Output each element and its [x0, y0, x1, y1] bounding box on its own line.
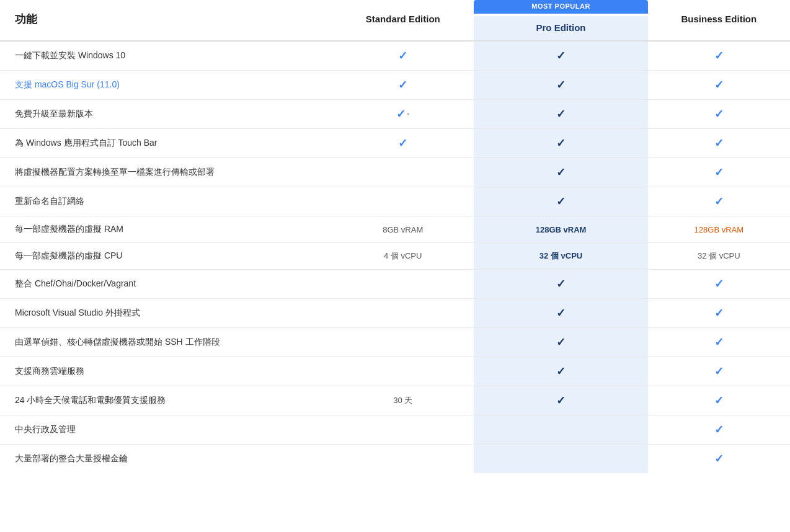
feature-cell: 每一部虛擬機器的虛擬 RAM [0, 216, 332, 243]
standard-cell [332, 357, 474, 386]
comparison-table: 功能 Standard Edition MOST POPULAR Pro Edi… [0, 0, 790, 473]
value-text: 32 個 vCPU [539, 251, 582, 260]
check-icon: ✓ [556, 50, 566, 62]
check-icon: ✓ [556, 79, 566, 91]
standard-cell: ✓* [332, 100, 474, 129]
table-row: 整合 Chef/Ohai/Docker/Vagrant✓✓ [0, 270, 790, 299]
feature-cell: 支援 macOS Big Sur (11.0) [0, 71, 332, 100]
standard-cell: ✓ [332, 129, 474, 158]
standard-column-header: Standard Edition [332, 0, 474, 41]
standard-cell [332, 187, 474, 216]
pro-column-header: MOST POPULAR Pro Edition [474, 0, 647, 41]
check-icon: ✓ [714, 137, 724, 149]
check-icon: ✓ [714, 307, 724, 319]
business-cell: ✓ [648, 299, 790, 328]
standard-cell: ✓ [332, 71, 474, 100]
table-header-row: 功能 Standard Edition MOST POPULAR Pro Edi… [0, 0, 790, 41]
standard-cell: 4 個 vCPU [332, 243, 474, 270]
check-icon: ✓ [714, 278, 724, 290]
most-popular-badge: MOST POPULAR [474, 0, 647, 14]
table-row: 24 小時全天候電話和電郵優質支援服務30 天✓✓ [0, 386, 790, 415]
check-icon: ✓ [714, 79, 724, 91]
business-cell: ✓ [648, 41, 790, 71]
value-text: 30 天 [393, 396, 412, 405]
table-row: 支援商務雲端服務✓✓ [0, 357, 790, 386]
pro-cell [474, 445, 647, 474]
feature-link[interactable]: 支援 macOS Big Sur (11.0) [15, 79, 120, 89]
pro-cell: ✓ [474, 41, 647, 71]
standard-cell [332, 158, 474, 187]
check-icon: ✓ [556, 365, 566, 378]
pro-cell: ✓ [474, 187, 647, 216]
standard-cell [332, 299, 474, 328]
check-icon: ✓ [556, 108, 566, 120]
business-cell: 32 個 vCPU [648, 243, 790, 270]
pro-cell: ✓ [474, 357, 647, 386]
feature-cell: 24 小時全天候電話和電郵優質支援服務 [0, 386, 332, 415]
standard-cell [332, 415, 474, 445]
check-icon: ✓ [556, 394, 566, 407]
feature-cell: 免費升級至最新版本 [0, 100, 332, 129]
standard-cell [332, 270, 474, 299]
check-icon: ✓ [396, 108, 406, 120]
business-cell: 128GB vRAM [648, 216, 790, 243]
business-cell: ✓ [648, 158, 790, 187]
standard-cell [332, 328, 474, 357]
check-icon: ✓ [714, 195, 724, 208]
check-icon: ✓ [556, 137, 566, 149]
table-row: 由選單偵錯、核心轉儲虛擬機器或開始 SSH 工作階段✓✓ [0, 328, 790, 357]
business-cell: ✓ [648, 445, 790, 474]
feature-cell: 由選單偵錯、核心轉儲虛擬機器或開始 SSH 工作階段 [0, 328, 332, 357]
pro-cell: 32 個 vCPU [474, 243, 647, 270]
check-icon: ✓ [714, 453, 724, 465]
pro-cell: ✓ [474, 158, 647, 187]
business-column-header: Business Edition [648, 0, 790, 41]
value-text: 128GB vRAM [695, 225, 743, 234]
table-row: 每一部虛擬機器的虛擬 CPU4 個 vCPU32 個 vCPU32 個 vCPU [0, 243, 790, 270]
table-row: 將虛擬機器配置方案轉換至單一檔案進行傳輸或部署✓✓ [0, 158, 790, 187]
value-text: 8GB vRAM [383, 225, 423, 234]
check-icon: ✓ [714, 394, 724, 407]
feature-cell: 整合 Chef/Ohai/Docker/Vagrant [0, 270, 332, 299]
business-cell: ✓ [648, 100, 790, 129]
check-icon: ✓ [714, 365, 724, 378]
pro-cell: ✓ [474, 71, 647, 100]
table-row: 免費升級至最新版本✓*✓✓ [0, 100, 790, 129]
check-icon: ✓ [398, 50, 407, 62]
check-icon: ✓ [556, 195, 566, 208]
value-text: 32 個 vCPU [698, 251, 740, 260]
business-cell: ✓ [648, 386, 790, 415]
pro-column-title: Pro Edition [484, 22, 637, 33]
business-cell: ✓ [648, 357, 790, 386]
standard-cell: ✓ [332, 41, 474, 71]
pro-cell: ✓ [474, 386, 647, 415]
business-cell: ✓ [648, 328, 790, 357]
table-row: 大量部署的整合大量授權金鑰✓ [0, 445, 790, 474]
business-cell: ✓ [648, 415, 790, 445]
check-icon: ✓ [556, 166, 566, 179]
table-row: 支援 macOS Big Sur (11.0)✓✓✓ [0, 71, 790, 100]
business-cell: ✓ [648, 71, 790, 100]
check-icon: ✓ [714, 423, 724, 436]
business-cell: ✓ [648, 187, 790, 216]
pro-cell: ✓ [474, 129, 647, 158]
pro-cell: ✓ [474, 270, 647, 299]
feature-label: 功能 [15, 13, 37, 25]
check-icon: ✓ [556, 336, 566, 348]
pro-cell: ✓ [474, 100, 647, 129]
check-icon: ✓ [556, 278, 566, 290]
table-row: 中央行政及管理✓ [0, 415, 790, 445]
business-cell: ✓ [648, 129, 790, 158]
table-row: Microsoft Visual Studio 外掛程式✓✓ [0, 299, 790, 328]
check-icon: ✓ [714, 50, 724, 62]
feature-cell: 每一部虛擬機器的虛擬 CPU [0, 243, 332, 270]
feature-cell: Microsoft Visual Studio 外掛程式 [0, 299, 332, 328]
pro-cell: ✓ [474, 328, 647, 357]
feature-cell: 重新命名自訂網絡 [0, 187, 332, 216]
feature-cell: 支援商務雲端服務 [0, 357, 332, 386]
check-icon: ✓ [714, 336, 724, 348]
check-icon: ✓ [714, 108, 724, 120]
feature-column-header: 功能 [0, 0, 332, 41]
standard-cell: 30 天 [332, 386, 474, 415]
pro-cell: 128GB vRAM [474, 216, 647, 243]
